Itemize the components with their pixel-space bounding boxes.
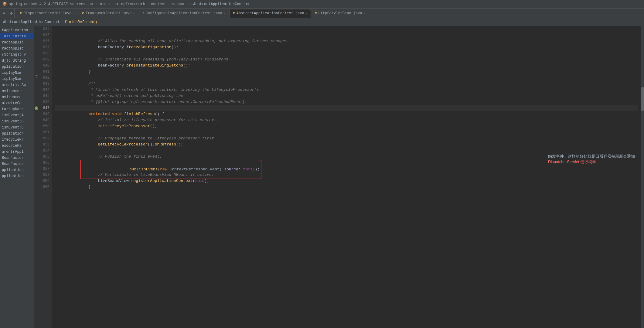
line-num-836: 836	[34, 38, 52, 44]
code-line-848: // Initialize lifecycle processor for th…	[55, 111, 638, 117]
line-num-834: 834	[34, 26, 52, 32]
code-line-836: beanFactory.freezeConfiguration();	[55, 38, 638, 44]
sidebar-item[interactable]: ifecyclePr	[0, 136, 34, 142]
sidebar-item[interactable]: ractApplic	[0, 39, 34, 45]
sidebar-item[interactable]: ishEvent(A	[0, 112, 34, 118]
code-line-844: * onRefresh() method and publishing the	[55, 87, 638, 93]
tab-framework-servlet[interactable]: C FrameworkServlet.java ✕	[79, 9, 138, 18]
tab-close-icon[interactable]: ✕	[133, 12, 135, 15]
sidebar-item[interactable]: esourcePa	[0, 142, 34, 148]
sidebar-item[interactable]: d(): String	[0, 57, 34, 63]
line-num-839: 839	[34, 56, 52, 63]
line-num-859: 859	[34, 178, 52, 184]
line-num-838: 838	[34, 50, 52, 56]
sidebar-item[interactable]: BeanFactor	[0, 160, 34, 166]
sidebar-item[interactable]: pplication	[0, 166, 34, 173]
line-num-835: 835	[34, 32, 52, 38]
line-num-842: 842 ▽	[34, 75, 52, 81]
sidebar-item[interactable]: BeanFactor	[0, 154, 34, 160]
tab-interface-icon: I	[142, 12, 144, 15]
line-num-858: 858	[34, 172, 52, 178]
settings-icon[interactable]: ⚙	[10, 11, 13, 16]
tab-label: FrameworkServlet.java	[86, 11, 131, 15]
nav-class[interactable]: AbstractApplicationContext	[3, 20, 60, 24]
code-line-846: */	[55, 99, 638, 105]
code-line-843: * Finish the refresh of this context, in…	[55, 81, 638, 87]
sidebar-item[interactable]: isplayNam	[0, 75, 34, 81]
sidebar-item[interactable]: ishEvent(C	[0, 124, 34, 130]
sidebar-item[interactable]: utowireCa	[0, 100, 34, 106]
code-line-851: // Propagate refresh to lifecycle proces…	[55, 129, 638, 135]
tab-configurable-app-context[interactable]: I ConfigurableApplicationContext.java ✕	[139, 9, 229, 18]
code-scroll: 834 835 836 837 838 839 840 841 842 ▽ 84…	[34, 26, 644, 328]
tab-close-icon[interactable]: ✕	[224, 12, 226, 15]
line-num-850: 850	[34, 123, 52, 129]
line-num-846: 846	[34, 99, 52, 105]
line-num-840: 840	[34, 63, 52, 69]
annotation-line1: 触发事件，这样的好处就是日后容器被刷新会通知	[548, 154, 635, 159]
sidebar-item[interactable]: isplayNam	[0, 69, 34, 75]
nav-back-icon[interactable]: ≡	[3, 11, 5, 15]
tab-class-icon: C	[20, 12, 22, 15]
sidebar-item[interactable]: tartupDate	[0, 106, 34, 112]
tab-class-icon: C	[233, 12, 235, 15]
sidebar-item[interactable]: tApplication	[0, 27, 34, 33]
sidebar-item[interactable]: nvironmer	[0, 87, 34, 94]
tab-left-icons: ≡ ⇌ ⚙	[1, 9, 15, 18]
sidebar: tApplication lass initial ractApplic rac…	[0, 26, 34, 328]
code-line-850	[55, 123, 638, 129]
gutter-debug-icon[interactable]: ▶	[35, 106, 38, 110]
sidebar-item[interactable]: pplication	[0, 130, 34, 136]
tab-label: AbstractApplicationContext.java	[237, 11, 304, 15]
sidebar-item[interactable]: nvironmen	[0, 94, 34, 100]
line-num-857: 857	[34, 166, 52, 172]
code-line-849: initLifecycleProcessor();	[55, 117, 638, 123]
gutter-collapse-icon[interactable]: ▽	[35, 75, 38, 78]
tab-label: DispatcherServlet.java	[23, 11, 71, 15]
scrollbar-thumb[interactable]	[641, 87, 644, 111]
code-area[interactable]: 834 835 836 837 838 839 840 841 842 ▽ 84…	[34, 26, 644, 328]
nav-bar: AbstractApplicationContext › finishRefre…	[0, 18, 644, 26]
tab-close-icon[interactable]: ✕	[364, 12, 366, 15]
tab-http-servlet-bean[interactable]: C HttpServletBean.java ✕	[312, 9, 369, 18]
line-num-851: 851	[34, 129, 52, 135]
vertical-scrollbar[interactable]	[641, 26, 644, 328]
nav-forward-icon[interactable]: ⇌	[7, 11, 9, 16]
code-content[interactable]: // Allow for caching all bean definition…	[52, 26, 641, 328]
jar-icon: 📦	[2, 2, 7, 6]
code-line-835: // Allow for caching all bean definition…	[55, 32, 638, 38]
annotation-box: 触发事件，这样的好处就是日后容器被刷新会通知 DispatcherServlet…	[548, 154, 635, 165]
sidebar-item[interactable]: ishEvent(C	[0, 118, 34, 124]
code-line-841	[55, 69, 638, 75]
tab-close-icon[interactable]: ✕	[306, 12, 308, 15]
line-num-855: 855	[34, 154, 52, 160]
tab-class-icon: C	[315, 12, 317, 15]
code-line-840: }	[55, 63, 638, 69]
line-num-854: 854	[34, 148, 52, 154]
line-num-853: 853	[34, 142, 52, 148]
sidebar-item[interactable]: ractApplic	[0, 45, 34, 51]
code-line-857: // Participate in LiveBeansView MBean, i…	[55, 166, 638, 172]
jar-name: spring-webmvc-4.2.4.RELEASE-sources.jar	[9, 2, 94, 6]
code-line-852: getLifecycleProcessor().onRefresh();	[55, 135, 638, 142]
tab-dispatcher-servlet[interactable]: C DispatcherServlet.java ✕	[16, 9, 78, 18]
nav-method[interactable]: finishRefresh()	[64, 20, 97, 24]
sidebar-item[interactable]: arent(Appl	[0, 148, 34, 154]
code-line-853	[55, 142, 638, 148]
line-num-845: 845	[34, 93, 52, 99]
tab-abstract-app-context[interactable]: C AbstractApplicationContext.java ✕	[230, 9, 311, 18]
sidebar-item[interactable]: arent(): Ap	[0, 81, 34, 87]
line-num-847: 847 ▶	[34, 105, 52, 111]
sidebar-item[interactable]: lass initial	[0, 33, 34, 39]
line-num-860: 860	[34, 184, 52, 190]
tab-bar: ≡ ⇌ ⚙ C DispatcherServlet.java ✕ C Frame…	[0, 9, 644, 18]
line-numbers: 834 835 836 837 838 839 840 841 842 ▽ 84…	[34, 26, 52, 328]
line-num-848: 848	[34, 111, 52, 117]
sidebar-item[interactable]: pplication	[0, 173, 34, 179]
sidebar-item[interactable]: (String): v	[0, 51, 34, 57]
code-line-845: * {@link org.springframework.context.eve…	[55, 93, 638, 99]
sidebar-item[interactable]: pplication	[0, 63, 34, 69]
code-line-842: /**	[55, 75, 638, 81]
line-num-837: 837	[34, 44, 52, 50]
tab-close-icon[interactable]: ✕	[73, 12, 75, 15]
